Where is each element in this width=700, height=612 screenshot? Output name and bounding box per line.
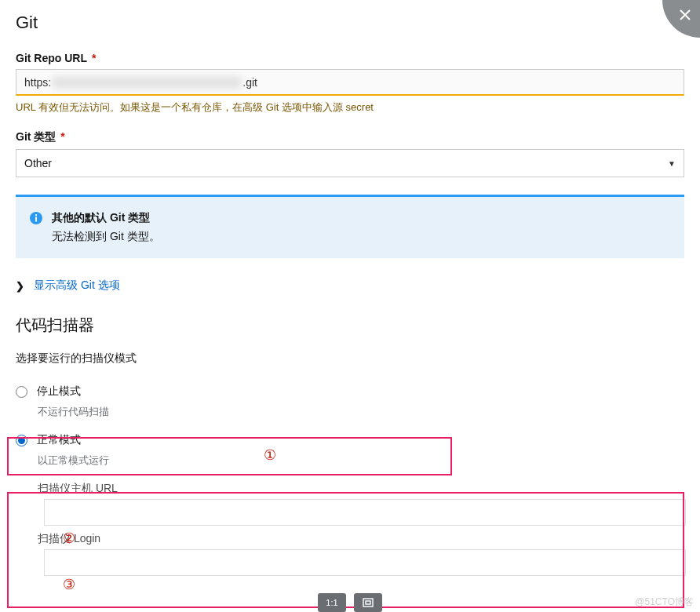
url-prefix: https: [24,76,51,89]
page-title: Git [16,13,684,33]
scanner-mode-stop-label: 停止模式 [37,384,81,399]
scanner-desc: 选择要运行的扫描仪模式 [16,352,684,366]
watermark: @51CTO博客 [635,596,694,609]
url-suffix: .git [242,76,257,89]
scanner-mode-normal-radio[interactable] [16,435,27,446]
scanner-mode-normal-row: 正常模式 [16,433,684,447]
git-repo-url-label: Git Repo URL * [16,52,684,64]
bottom-toolbar: 1:1 [318,593,382,612]
svg-rect-6 [366,601,370,604]
scanner-mode-stop-radio[interactable] [16,386,27,398]
scanner-login-input[interactable] [44,549,686,576]
scanner-login-label: 扫描仪 Login [38,532,684,546]
git-type-select[interactable]: Other ▼ [16,149,684,177]
svg-rect-3 [35,217,37,222]
scanner-mode-normal-hint: 以正常模式运行 [38,454,684,468]
toolbar-fullscreen-button[interactable] [354,593,382,612]
required-asterisk: * [57,130,64,143]
chevron-right-icon: ❯ [16,280,24,292]
scanner-mode-normal-label: 正常模式 [37,433,81,447]
git-type-value: Other [24,157,52,169]
scanner-host-url-input[interactable] [44,499,686,526]
git-repo-url-input[interactable]: https: .git [16,69,684,96]
info-panel-title: 其他的默认 Git 类型 [52,211,160,225]
scanner-host-url-label: 扫描仪主机 URL [38,482,684,496]
svg-rect-5 [363,599,373,607]
scanner-section-title: 代码扫描器 [16,315,684,336]
scanner-mode-stop-hint: 不运行代码扫描 [38,405,684,419]
git-type-label: Git 类型 * [16,130,684,144]
advanced-git-toggle[interactable]: ❯ 显示高级 Git 选项 [16,279,684,293]
scanner-mode-stop-row: 停止模式 [16,384,684,399]
caret-down-icon: ▼ [668,159,676,168]
git-repo-url-warning: URL 有效但无法访问。如果这是一个私有仓库，在高级 Git 选项中输入源 se… [16,100,684,115]
toolbar-ratio-button[interactable]: 1:1 [318,593,346,612]
svg-rect-4 [35,214,37,216]
url-redacted [53,77,241,88]
info-panel: 其他的默认 Git 类型 无法检测到 Git 类型。 [16,195,684,258]
info-panel-body: 无法检测到 Git 类型。 [52,230,160,244]
close-icon [679,9,691,21]
required-asterisk: * [89,52,96,64]
fullscreen-icon [363,598,374,607]
advanced-git-link: 显示高级 Git 选项 [34,279,120,293]
info-icon [30,212,42,244]
